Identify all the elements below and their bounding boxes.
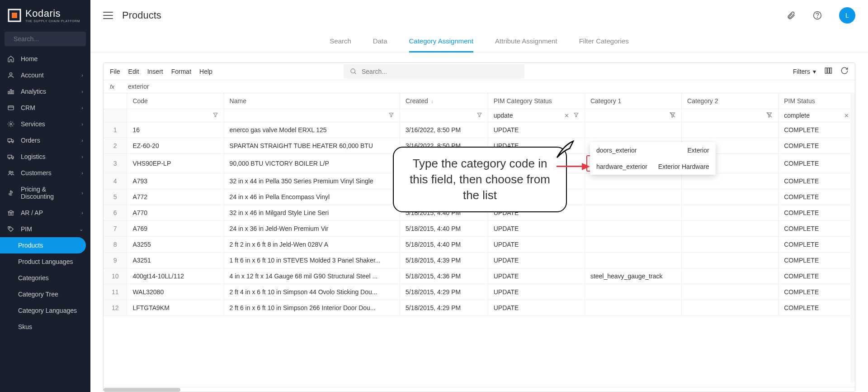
- sidebar-item-pricing-discounting[interactable]: Pricing & Discounting›: [0, 181, 90, 205]
- sidebar-item-account[interactable]: Account›: [0, 67, 90, 83]
- cell-created[interactable]: 5/18/2015, 4:40 PM: [400, 221, 488, 237]
- cell-name[interactable]: 32 in x 46 in Milgard Style Line Seri: [224, 205, 400, 221]
- tab-search[interactable]: Search: [330, 31, 351, 52]
- cell-code[interactable]: WAL32080: [127, 284, 224, 300]
- cell-category-1[interactable]: [585, 221, 681, 237]
- cell-pim-category-status[interactable]: UPDATE: [488, 284, 585, 300]
- sidebar-item-category-languages[interactable]: Category Languages: [0, 302, 90, 319]
- cell-name[interactable]: 24 in x 36 in Jeld-Wen Premium Vir: [224, 221, 400, 237]
- cell-pim-category-status[interactable]: UPDATE: [488, 268, 585, 284]
- tab-data[interactable]: Data: [373, 31, 387, 52]
- sidebar-item-services[interactable]: Services›: [0, 116, 90, 132]
- grid-search-input[interactable]: [362, 68, 518, 75]
- cell-code[interactable]: A769: [127, 221, 224, 237]
- sidebar-item-home[interactable]: Home: [0, 51, 90, 67]
- menu-edit[interactable]: Edit: [128, 68, 139, 75]
- cell-category-1[interactable]: [585, 253, 681, 268]
- cell-category-1[interactable]: [585, 205, 681, 221]
- sidebar-item-categories[interactable]: Categories: [0, 270, 90, 286]
- sidebar-item-crm[interactable]: CRM›: [0, 100, 90, 116]
- cell-category-1[interactable]: [585, 237, 681, 253]
- cell-code[interactable]: EZ-60-20: [127, 138, 224, 154]
- cell-name[interactable]: 1 ft 6 in x 6 ft 10 in STEVES Molded 3 P…: [224, 253, 400, 268]
- sidebar-item-analytics[interactable]: Analytics›: [0, 83, 90, 100]
- cell-category-1[interactable]: [585, 284, 681, 300]
- clear-icon[interactable]: ✕: [564, 112, 569, 119]
- no-filter-icon[interactable]: [766, 111, 773, 120]
- cell-code[interactable]: 16: [127, 122, 224, 138]
- column-header-pim-status[interactable]: PIM Status: [778, 93, 855, 109]
- sidebar-item-category-tree[interactable]: Category Tree: [0, 286, 90, 302]
- column-header-name[interactable]: Name: [224, 93, 400, 109]
- column-header-code[interactable]: Code: [127, 93, 224, 109]
- menu-file[interactable]: File: [110, 68, 120, 75]
- sidebar-item-product-languages[interactable]: Product Languages: [0, 253, 90, 270]
- cell-pim-status[interactable]: COMPLETE: [778, 221, 855, 237]
- clear-icon[interactable]: ✕: [844, 112, 849, 119]
- cell-name[interactable]: 32 in x 44 in Pella 350 Series Premium V…: [224, 173, 400, 189]
- sidebar-item-logistics[interactable]: Logistics›: [0, 148, 90, 165]
- sidebar-item-ar-ap[interactable]: AR / AP›: [0, 205, 90, 221]
- cell-created[interactable]: 5/18/2015, 4:40 PM: [400, 237, 488, 253]
- sidebar-item-products[interactable]: Products: [0, 237, 86, 253]
- cell-code[interactable]: A3255: [127, 237, 224, 253]
- cell-code[interactable]: VHS90EP-LP: [127, 154, 224, 173]
- cell-pim-status[interactable]: COMPLETE: [778, 300, 855, 316]
- fx-value[interactable]: exterior: [128, 83, 149, 90]
- cell-category-2[interactable]: [682, 122, 778, 138]
- cell-category-2[interactable]: [682, 205, 778, 221]
- no-filter-icon[interactable]: [669, 111, 676, 120]
- tab-filter-categories[interactable]: Filter Categories: [579, 31, 629, 52]
- cell-name[interactable]: 24 in x 46 in Pella Encompass Vinyl: [224, 189, 400, 205]
- sidebar-search[interactable]: [5, 32, 86, 46]
- cell-code[interactable]: A770: [127, 205, 224, 221]
- cell-category-2[interactable]: [682, 189, 778, 205]
- cell-pim-status[interactable]: COMPLETE: [778, 237, 855, 253]
- cell-code[interactable]: A772: [127, 189, 224, 205]
- filter-icon[interactable]: [573, 112, 579, 119]
- menu-insert[interactable]: Insert: [147, 68, 163, 75]
- cell-pim-category-status[interactable]: UPDATE: [488, 237, 585, 253]
- avatar[interactable]: L: [839, 7, 855, 24]
- cell-code[interactable]: A3251: [127, 253, 224, 268]
- menu-toggle-icon[interactable]: [103, 12, 113, 19]
- cell-pim-status[interactable]: COMPLETE: [778, 268, 855, 284]
- horizontal-scrollbar[interactable]: [104, 387, 855, 392]
- cell-category-2[interactable]: [682, 284, 778, 300]
- cell-pim-status[interactable]: COMPLETE: [778, 154, 855, 173]
- cell-category-1[interactable]: [585, 300, 681, 316]
- cell-pim-category-status[interactable]: UPDATE: [488, 300, 585, 316]
- cell-pim-category-status[interactable]: UPDATE: [488, 122, 585, 138]
- cell-name[interactable]: 2 ft 4 in x 6 ft 10 in Simpson 44 Ovolo …: [224, 284, 400, 300]
- cell-pim-status[interactable]: COMPLETE: [778, 189, 855, 205]
- filter-icon[interactable]: [476, 112, 482, 119]
- filter-icon[interactable]: [212, 112, 218, 119]
- cell-pim-status[interactable]: COMPLETE: [778, 284, 855, 300]
- cell-code[interactable]: A793: [127, 173, 224, 189]
- column-header-created[interactable]: Created↓: [400, 93, 488, 109]
- cell-category-1[interactable]: [585, 173, 681, 189]
- cell-name[interactable]: SPARTAN STRAIGHT TUBE HEATER 60,000 BTU: [224, 138, 400, 154]
- cell-pim-status[interactable]: COMPLETE: [778, 253, 855, 268]
- cell-name[interactable]: 4 in x 12 ft x 14 Gauge 68 mil G90 Struc…: [224, 268, 400, 284]
- grid-search[interactable]: [344, 64, 524, 79]
- refresh-icon[interactable]: [840, 67, 849, 76]
- cell-category-2[interactable]: [682, 300, 778, 316]
- sidebar-item-customers[interactable]: Customers›: [0, 165, 90, 181]
- filter-created[interactable]: [400, 109, 488, 122]
- cell-name[interactable]: 2 ft 6 in x 6 ft 10 in Simpson 266 Inter…: [224, 300, 400, 316]
- cell-category-2[interactable]: [682, 173, 778, 189]
- filter-icon[interactable]: [388, 112, 394, 119]
- column-header-category-[interactable]: Category 1: [585, 93, 681, 109]
- sidebar-item-pim[interactable]: PIM⌄: [0, 221, 90, 237]
- cell-category-1[interactable]: [585, 122, 681, 138]
- tab-attribute-assignment[interactable]: Attribute Assignment: [495, 31, 557, 52]
- filters-button[interactable]: Filters ▾: [793, 68, 816, 75]
- cell-code[interactable]: LFTGTA9KM: [127, 300, 224, 316]
- vertical-scrollbar[interactable]: [850, 93, 855, 382]
- dropdown-option-doors_exterior[interactable]: doors_exteriorExterior: [590, 142, 716, 158]
- cell-category-2[interactable]: [682, 253, 778, 268]
- columns-icon[interactable]: [824, 67, 832, 76]
- tab-category-assignment[interactable]: Category Assignment: [409, 31, 474, 53]
- cell-created[interactable]: 5/18/2015, 4:29 PM: [400, 300, 488, 316]
